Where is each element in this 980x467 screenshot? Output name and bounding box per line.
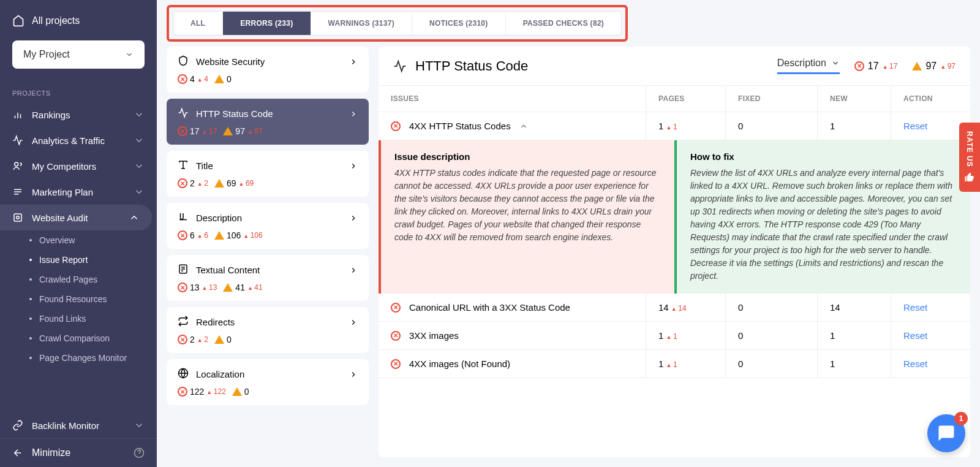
nav-rankings[interactable]: Rankings: [0, 102, 157, 127]
table-row[interactable]: ✕ 4XX images (Not Found) 1 1 0 1 Reset: [379, 350, 970, 378]
sub-overview[interactable]: Overview: [17, 230, 157, 250]
stat-value: 0: [244, 387, 249, 397]
pulse-icon: [12, 135, 23, 146]
chevron-right-icon: [349, 214, 358, 222]
chat-button[interactable]: 1: [927, 414, 965, 452]
category-name: HTTP Status Code: [196, 108, 273, 119]
reset-link[interactable]: Reset: [903, 330, 927, 341]
tab-warnings[interactable]: WARNINGS (3137): [311, 12, 413, 35]
warning-icon: [214, 335, 224, 344]
stat-delta: 97: [247, 127, 263, 135]
rate-us-button[interactable]: RATE US: [959, 123, 980, 192]
stat-value: 106: [227, 230, 241, 240]
sub-found-links[interactable]: Found Links: [17, 309, 157, 328]
stat-delta: 13: [202, 283, 217, 292]
category-name: Title: [196, 161, 213, 171]
warning-icon: [223, 283, 233, 292]
chevron-down-icon: [134, 109, 145, 120]
category-card[interactable]: Redirects ✕ 2 2 0: [167, 307, 369, 353]
fix-text: Review the list of 4XX URLs and analyze …: [690, 167, 957, 283]
sub-issue-report[interactable]: Issue Report: [17, 250, 157, 270]
category-card[interactable]: Localization ✕ 122 122 0: [167, 359, 369, 405]
category-stats: ✕ 4 4 0: [178, 74, 358, 84]
chevron-down-icon: [125, 50, 134, 59]
fixed-value: 0: [725, 294, 817, 321]
chevron-down-icon: [134, 186, 145, 197]
category-card[interactable]: Title ✕ 2 2 69 69: [167, 151, 369, 197]
tab-passed[interactable]: PASSED CHECKS (82): [506, 12, 622, 35]
pages-delta: 1: [666, 332, 677, 341]
table-row[interactable]: ✕ 3XX images 1 1 0 1 Reset: [379, 322, 970, 350]
desc-text: 4XX HTTP status codes indicate that the …: [394, 167, 661, 244]
table-row[interactable]: ✕ Canonical URL with a 3XX Status Code 1…: [379, 294, 970, 322]
projects-heading: PROJECTS: [0, 78, 157, 102]
issues-table: ISSUES PAGES FIXED NEW ACTION ✕ 4XX HTTP…: [379, 85, 970, 457]
reset-link[interactable]: Reset: [903, 302, 927, 313]
minimize-button[interactable]: Minimize: [0, 438, 157, 467]
reset-link[interactable]: Reset: [903, 359, 927, 369]
chevron-down-icon: [134, 161, 145, 172]
category-card[interactable]: Description ✕ 6 6 106 106: [167, 203, 369, 249]
sub-found-resources[interactable]: Found Resources: [17, 289, 157, 309]
nav-website-audit[interactable]: Website Audit: [0, 205, 152, 230]
detail-title: HTTP Status Code: [393, 58, 528, 74]
category-card[interactable]: Website Security ✕ 4 4 0: [167, 47, 369, 93]
new-value: 14: [817, 294, 891, 321]
sub-label: Crawled Pages: [39, 275, 97, 284]
fixed-value: 0: [725, 350, 817, 378]
header-warn-stat: 97 97: [912, 61, 956, 72]
help-icon[interactable]: [134, 447, 145, 458]
category-card[interactable]: Textual Content ✕ 13 13 41 41: [167, 255, 369, 301]
category-stats: ✕ 6 6 106 106: [178, 230, 358, 240]
error-icon: ✕: [178, 230, 187, 240]
category-title: Title: [178, 159, 213, 172]
error-icon: ✕: [391, 121, 401, 131]
issue-name: 3XX images: [409, 330, 459, 341]
nav-backlink[interactable]: Backlink Monitor: [0, 412, 157, 438]
nav-marketing[interactable]: Marketing Plan: [0, 179, 157, 205]
fix-title: How to fix: [690, 151, 957, 162]
stat-delta: 41: [247, 283, 263, 292]
description-dropdown[interactable]: Description: [777, 58, 840, 74]
nav-analytics[interactable]: Analytics & Traffic: [0, 127, 157, 153]
error-icon: ✕: [391, 303, 401, 313]
chevron-right-icon: [349, 266, 358, 275]
nav-label: Analytics & Traffic: [32, 135, 105, 146]
chevron-down-icon: [134, 420, 145, 431]
category-icon: [178, 316, 189, 328]
category-card[interactable]: HTTP Status Code ✕ 17 17 97 97: [167, 99, 369, 145]
warning-icon: [223, 127, 233, 135]
pages-delta: 14: [671, 304, 687, 313]
issue-name: Canonical URL with a 3XX Status Code: [409, 302, 570, 313]
tabs: ALL ERRORS (233) WARNINGS (3137) NOTICES…: [173, 11, 622, 36]
category-title: Redirects: [178, 316, 235, 328]
reset-link[interactable]: Reset: [903, 121, 927, 131]
chevron-down-icon: [831, 59, 840, 67]
stat-value: 0: [227, 335, 232, 344]
category-icon: [178, 264, 189, 276]
sub-page-changes[interactable]: Page Changes Monitor: [17, 348, 157, 368]
all-projects-link[interactable]: All projects: [12, 10, 145, 32]
sub-label: Found Links: [39, 314, 86, 324]
pages-value: 1: [658, 330, 663, 341]
sub-crawled-pages[interactable]: Crawled Pages: [17, 270, 157, 289]
sub-label: Crawl Comparison: [39, 333, 110, 343]
stat-value: 4: [190, 74, 195, 84]
chevron-right-icon: [349, 110, 358, 118]
error-icon: ✕: [178, 178, 187, 188]
detail-panel: HTTP Status Code Description ✕ 17 17 97: [379, 47, 970, 457]
pages-value: 1: [658, 359, 663, 369]
header-error-stat: ✕ 17 17: [854, 61, 898, 72]
nav-competitors[interactable]: My Competitors: [0, 153, 157, 179]
category-name: Textual Content: [196, 265, 260, 275]
nav-label: Website Audit: [32, 213, 88, 223]
stat-value: 122: [190, 387, 204, 397]
stat-delta: 69: [238, 179, 254, 188]
table-row[interactable]: ✕ 4XX HTTP Status Codes 1 1 0 1 Reset: [379, 112, 970, 140]
tab-notices[interactable]: NOTICES (2310): [412, 12, 506, 35]
tab-all[interactable]: ALL: [173, 12, 223, 35]
chevron-up-icon[interactable]: [519, 122, 528, 131]
tab-errors[interactable]: ERRORS (233): [223, 12, 311, 35]
sub-crawl-comparison[interactable]: Crawl Comparison: [17, 328, 157, 348]
project-dropdown[interactable]: My Project: [12, 40, 145, 69]
